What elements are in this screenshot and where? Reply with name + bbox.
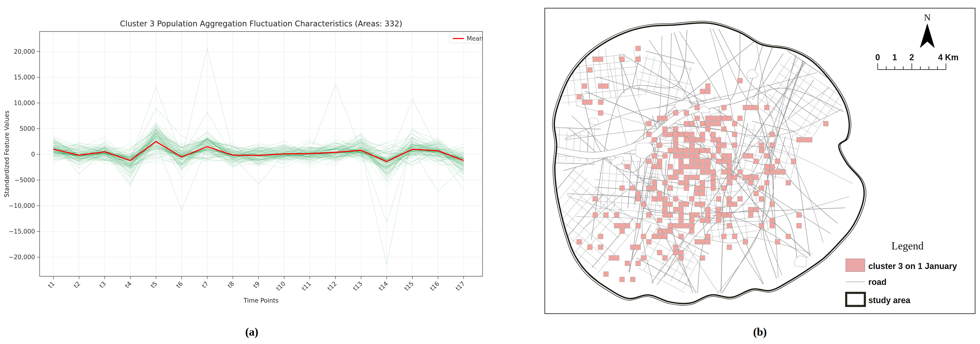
cluster-square [673, 154, 678, 158]
cluster-square [727, 197, 732, 201]
cluster-square [662, 154, 667, 158]
cluster-square [668, 175, 673, 180]
cluster-square [679, 180, 684, 185]
cluster-square [598, 110, 603, 115]
cluster-square [679, 202, 684, 207]
cluster-square [636, 57, 641, 62]
cluster-square [738, 116, 743, 121]
cluster-square [689, 223, 694, 228]
cluster-square [705, 121, 710, 126]
cluster-square [759, 143, 764, 147]
cluster-square [695, 154, 700, 158]
cluster-square [684, 137, 689, 142]
x-tick-label: t6 [175, 280, 184, 290]
road-street [650, 240, 694, 264]
cluster-square [700, 89, 705, 94]
road-street [636, 258, 692, 288]
x-tick-label: t16 [428, 280, 441, 292]
cluster-square [684, 164, 689, 169]
cluster-square [705, 170, 710, 174]
cluster-square [620, 186, 625, 190]
cluster-square [700, 132, 705, 137]
y-axis-title: Standardized Feature Values [3, 110, 10, 197]
cluster-square [625, 223, 630, 228]
cluster-square [684, 110, 689, 115]
cluster-square [705, 207, 710, 212]
road-street [638, 88, 681, 99]
cluster-square [668, 213, 673, 218]
road-street [555, 128, 601, 129]
cluster-square [668, 229, 673, 234]
cluster-square [727, 154, 732, 158]
cluster-square [748, 207, 753, 212]
cluster-square [689, 164, 694, 169]
cluster-square [705, 83, 710, 88]
map-legend: Legend cluster 3 on 1 January road study… [846, 240, 957, 306]
cluster-square [775, 170, 780, 174]
cluster-square [673, 170, 678, 174]
cluster-square [625, 164, 630, 169]
x-tick-label: t14 [377, 280, 389, 292]
cluster-square [705, 213, 710, 218]
cluster-square [775, 159, 780, 164]
x-tick-label: t12 [326, 280, 338, 292]
cluster-square [759, 186, 764, 190]
cluster-square [689, 197, 694, 201]
cluster-square [759, 197, 764, 201]
cluster-square [700, 256, 705, 261]
cluster-square [603, 272, 608, 277]
cluster-square [721, 170, 726, 174]
cluster-square [770, 132, 775, 137]
cluster-square [695, 202, 700, 207]
cluster-square [689, 213, 694, 218]
cluster-square [705, 159, 710, 164]
cluster-square [754, 105, 759, 110]
two-panel-figure: 20,00015,00010,00050000−5000−10,000−15,0… [0, 0, 980, 344]
lake-outline [635, 143, 653, 158]
cluster-square [732, 143, 737, 147]
cluster-square [727, 170, 732, 174]
legend-item-cluster-label: cluster 3 on 1 January [868, 261, 957, 271]
cluster-square [657, 159, 662, 164]
cluster-square [716, 148, 721, 153]
cluster-square [662, 229, 667, 234]
cluster-square [727, 159, 732, 164]
cluster-square [705, 89, 710, 94]
road-street [528, 167, 576, 224]
cluster-square [587, 67, 592, 72]
cluster-square [721, 154, 726, 158]
cluster-square [716, 218, 721, 223]
cluster-square [614, 213, 619, 218]
cluster-square [695, 186, 700, 190]
cluster-square [657, 250, 662, 255]
cluster-square [652, 180, 657, 185]
scale-label-4km: 4 Km [938, 53, 959, 62]
cluster-square [775, 239, 780, 244]
cluster-square [695, 191, 700, 196]
road-street [736, 123, 748, 170]
cluster-square [732, 175, 737, 180]
cluster-square [603, 83, 608, 88]
cluster-swatch [846, 259, 865, 272]
cluster-square [679, 207, 684, 212]
cluster-square [770, 164, 775, 169]
cluster-square [727, 180, 732, 185]
road-street [703, 216, 765, 224]
cluster-square [652, 234, 657, 239]
cluster-square [657, 143, 662, 147]
legend-item-road-label: road [868, 277, 886, 287]
axis-tick-labels: 20,00015,00010,00050000−5000−10,000−15,0… [9, 48, 466, 292]
cluster-square [577, 239, 582, 244]
cluster-square [764, 164, 769, 169]
cluster-square [679, 223, 684, 228]
cluster-square [593, 213, 598, 218]
cluster-square [684, 154, 689, 158]
cluster-square [630, 277, 635, 282]
cluster-square [689, 175, 694, 180]
cluster-square [679, 250, 684, 255]
cluster-square [695, 105, 700, 110]
cluster-square [743, 239, 748, 244]
x-tick-label: t2 [72, 280, 81, 290]
cluster-square [754, 207, 759, 212]
cluster-square [711, 132, 716, 137]
